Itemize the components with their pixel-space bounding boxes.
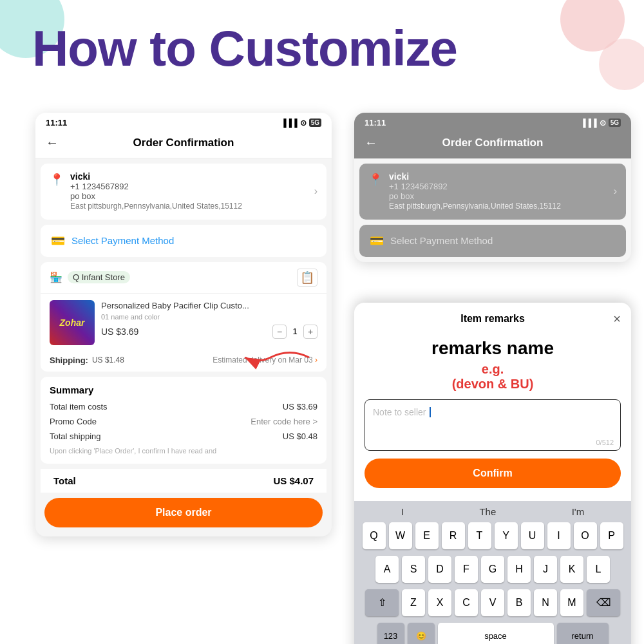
remarks-input-area[interactable]: Note to seller 0/512: [365, 399, 621, 451]
summary-shipping: Total shipping US $0.48: [50, 431, 317, 441]
kb-key-x[interactable]: X: [428, 589, 451, 616]
store-header: 🏪 Q Infant Store 📋: [41, 262, 327, 294]
note-icon[interactable]: 📋: [297, 269, 317, 287]
kb-key-l[interactable]: L: [587, 556, 610, 583]
remarks-placeholder: Note to seller: [373, 407, 426, 417]
right-payment-icon: 💳: [370, 234, 384, 248]
place-order-button[interactable]: Place order: [44, 498, 323, 527]
text-cursor: [430, 407, 431, 417]
kb-num[interactable]: 123: [377, 623, 404, 644]
kb-return[interactable]: return: [557, 623, 609, 644]
disclaimer: Upon clicking 'Place Order', I confirm I…: [50, 446, 317, 456]
left-status-icons: ▐▐▐ ⊙ 5G: [281, 118, 321, 128]
summary-title: Summary: [50, 384, 317, 395]
address-po: po box: [70, 191, 308, 201]
kb-key-t[interactable]: T: [468, 522, 491, 549]
wifi-icon: ⊙: [300, 118, 307, 128]
kb-key-e[interactable]: E: [415, 522, 439, 549]
confirm-button[interactable]: Confirm: [365, 459, 621, 488]
example-prefix: e.g.: [482, 362, 504, 376]
kb-key-q[interactable]: Q: [363, 522, 386, 549]
kb-key-w[interactable]: W: [389, 522, 412, 549]
payment-label: Select Payment Method: [71, 235, 174, 246]
kb-suggestion-im[interactable]: I'm: [572, 506, 585, 517]
left-status-bar: 11:11 ▐▐▐ ⊙ 5G: [35, 113, 332, 130]
right-back-button[interactable]: ←: [365, 135, 377, 150]
kb-key-o[interactable]: O: [574, 522, 597, 549]
right-wifi-icon: ⊙: [600, 118, 606, 128]
kb-key-k[interactable]: K: [560, 556, 583, 583]
qty-number: 1: [289, 327, 301, 336]
kb-suggestion-i[interactable]: I: [401, 506, 404, 517]
kb-key-d[interactable]: D: [428, 556, 451, 583]
left-payment-section[interactable]: 💳 Select Payment Method: [41, 225, 327, 257]
kb-key-p[interactable]: P: [600, 522, 623, 549]
product-price: US $3.69: [101, 327, 138, 337]
left-address-card[interactable]: 📍 vicki +1 1234567892 po box East pittsb…: [41, 164, 327, 220]
kb-emoji[interactable]: 😊: [408, 623, 435, 644]
kb-key-g[interactable]: G: [481, 556, 504, 583]
kb-key-i[interactable]: I: [547, 522, 571, 549]
summary-section: Summary Total item costs US $3.69 Promo …: [41, 377, 327, 464]
total-row: Total US $4.07: [41, 469, 327, 493]
bg-circle-pink2: [599, 39, 644, 90]
example-value: (devon & BU): [452, 377, 534, 391]
keyboard: I The I'm Q W E R T Y U I O P A S D F G …: [354, 501, 631, 644]
kb-key-r[interactable]: R: [442, 522, 465, 549]
summary-promo[interactable]: Promo Code Enter code here >: [50, 417, 317, 426]
kb-key-y[interactable]: Y: [495, 522, 518, 549]
main-title: How to Customize: [32, 19, 457, 78]
left-nav-title: Order Confirmation: [59, 137, 308, 149]
right-status-bar: 11:11 ▐▐▐ ⊙ 5G: [354, 113, 631, 130]
product-price-row: US $3.69 − 1 +: [101, 325, 317, 339]
phone-left: 11:11 ▐▐▐ ⊙ 5G ← Order Confirmation 📍 vi…: [35, 113, 332, 536]
kb-key-c[interactable]: C: [455, 589, 478, 616]
right-status-icons: ▐▐▐ ⊙ 5G: [580, 118, 621, 128]
total-label: Total: [53, 475, 76, 486]
kb-row-2: A S D F G H J K L: [357, 556, 629, 583]
left-back-button[interactable]: ←: [46, 135, 59, 150]
address-phone: +1 1234567892: [70, 182, 308, 191]
kb-row-3: ⇧ Z X C V B N M ⌫: [357, 589, 629, 616]
remarks-close-button[interactable]: ×: [613, 312, 621, 327]
payment-icon: 💳: [51, 234, 65, 248]
kb-key-v[interactable]: V: [481, 589, 504, 616]
kb-key-n[interactable]: N: [534, 589, 557, 616]
kb-space[interactable]: space: [438, 623, 554, 644]
right-address-po: po box: [389, 191, 607, 201]
kb-key-s[interactable]: S: [402, 556, 425, 583]
address-chevron: ›: [314, 185, 317, 197]
kb-key-a[interactable]: A: [375, 556, 399, 583]
product-name: Personalized Baby Pacifier Clip Custo...: [101, 300, 317, 312]
qty-control: − 1 +: [272, 325, 317, 339]
remarks-name-label: remarks name: [365, 337, 621, 359]
right-payment-label: Select Payment Method: [390, 235, 493, 246]
location-icon: 📍: [50, 173, 64, 187]
kb-shift[interactable]: ⇧: [365, 589, 399, 616]
kb-row-1: Q W E R T Y U I O P: [357, 522, 629, 549]
right-address-location: East pittsburgh,Pennsylvania,United Stat…: [389, 201, 607, 212]
right-signal-icon: ▐▐▐: [580, 118, 597, 128]
qty-minus[interactable]: −: [272, 325, 287, 339]
kb-suggestion-the[interactable]: The: [479, 506, 496, 517]
shipping-price: US $1.48: [92, 355, 124, 365]
right-network-badge: 5G: [609, 118, 621, 127]
store-icon: 🏪: [50, 271, 62, 283]
kb-key-z[interactable]: Z: [402, 589, 425, 616]
right-address-content: vicki +1 1234567892 po box East pittsbur…: [389, 171, 607, 212]
summary-item-costs: Total item costs US $3.69: [50, 402, 317, 412]
total-shipping-value: US $0.48: [283, 431, 317, 441]
qty-plus[interactable]: +: [303, 325, 317, 339]
kb-key-h[interactable]: H: [507, 556, 531, 583]
kb-key-j[interactable]: J: [534, 556, 557, 583]
kb-key-b[interactable]: B: [507, 589, 531, 616]
kb-delete[interactable]: ⌫: [587, 589, 620, 616]
kb-key-m[interactable]: M: [560, 589, 583, 616]
address-name: vicki: [70, 171, 308, 182]
right-address-chevron: ›: [614, 185, 617, 197]
kb-key-f[interactable]: F: [455, 556, 478, 583]
red-arrow: [238, 341, 316, 374]
item-costs-value: US $3.69: [283, 402, 317, 412]
store-name[interactable]: Q Infant Store: [68, 271, 130, 283]
kb-key-u[interactable]: U: [521, 522, 544, 549]
